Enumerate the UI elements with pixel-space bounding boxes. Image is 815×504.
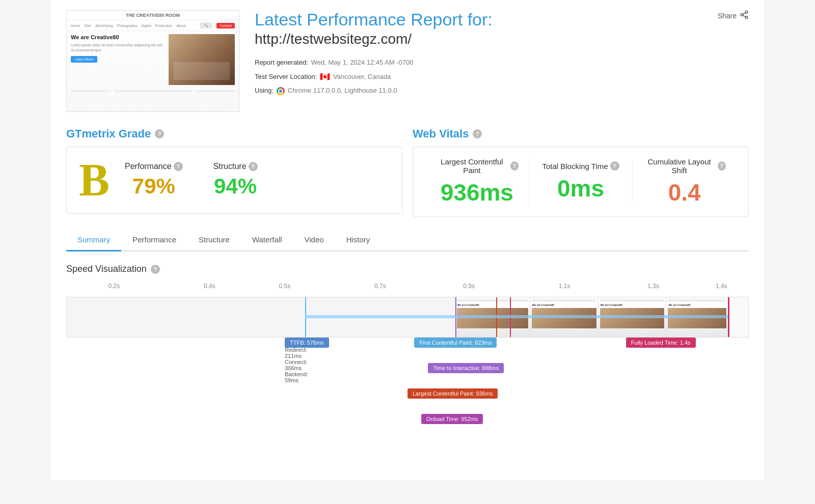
ttfb-annotation: TTFB: 576ms xyxy=(285,338,329,348)
share-icon xyxy=(740,10,749,21)
report-generated-value: Wed, May 1, 2024 12:45 AM -0700 xyxy=(311,57,414,69)
vitals-box: Largest Contentful Paint ? 936ms Total B… xyxy=(413,147,749,217)
timeline-label-11: 1.1s xyxy=(559,283,570,290)
svg-point-1 xyxy=(741,14,743,16)
performance-metric: Performance ? 79% xyxy=(125,162,183,199)
timeline-label-13: 1.3s xyxy=(647,283,659,290)
lcp-label: Largest Contentful Paint xyxy=(436,157,508,175)
tbt-vital: Total Blocking Time ? 0ms xyxy=(529,161,633,202)
tbt-label: Total Blocking Time xyxy=(542,162,608,171)
gtmetrix-grade-title: GTmetrix Grade xyxy=(66,127,151,141)
preview-headline: We are Creative80 xyxy=(71,34,165,41)
gtmetrix-help-icon[interactable]: ? xyxy=(155,129,164,138)
timeline-container: 0.2s 0.4s 0.5s 0.7s 0.9s 1.1s 1.3s 1.4s … xyxy=(66,283,749,470)
speed-viz-help-icon[interactable]: ? xyxy=(151,265,160,274)
using-value: Chrome 117.0.0.0, Lighthouse 11.0.0 xyxy=(288,85,397,97)
cls-help-icon[interactable]: ? xyxy=(718,161,726,171)
annotations-area: TTFB: 576ms Redirect: 211ms Connect: 306… xyxy=(66,338,749,409)
tab-structure[interactable]: Structure xyxy=(187,229,241,251)
tab-history[interactable]: History xyxy=(335,229,382,251)
cls-value: 0.4 xyxy=(643,179,726,206)
tab-performance[interactable]: Performance xyxy=(121,229,187,251)
server-location-value: Vancouver, Canada xyxy=(333,71,391,83)
structure-help-icon[interactable]: ? xyxy=(249,162,258,171)
cls-label: Cumulative Layout Shift xyxy=(643,157,715,175)
share-button[interactable]: Share xyxy=(718,10,749,21)
report-title: Latest Performance Report for: xyxy=(255,10,749,29)
chrome-icon xyxy=(277,87,285,95)
svg-line-3 xyxy=(743,15,745,17)
site-preview: THE CREATIVE80 ROOM Home Film Advertisin… xyxy=(66,10,239,112)
ttfb-sub-annotations: Redirect: 211ms Connect: 306ms Backend: … xyxy=(285,347,308,383)
grade-letter: B xyxy=(79,157,110,203)
performance-help-icon[interactable]: ? xyxy=(174,162,183,171)
tabs-section: Summary Performance Structure Waterfall … xyxy=(66,229,749,251)
web-vitals-card: Web Vitals ? Largest Contentful Paint ? … xyxy=(413,127,749,217)
timeline-ruler: We are Creative80 We are Creative80 We a… xyxy=(66,297,749,338)
structure-metric: Structure ? 94% xyxy=(213,162,258,199)
grade-metrics: Performance ? 79% Structure ? 94% xyxy=(125,162,258,199)
tab-summary[interactable]: Summary xyxy=(66,229,121,251)
using-label: Using: xyxy=(255,85,274,97)
preview-subtext: Lorem ipsum dolor sit amet consectetur a… xyxy=(71,43,165,53)
structure-label: Structure xyxy=(213,162,247,171)
server-location-label: Test Server Location: xyxy=(255,71,317,83)
lcp-annotation: Largest Contentful Paint: 936ms xyxy=(408,388,498,399)
horizontal-bar xyxy=(305,315,728,318)
fcp-annotation: First Contentful Paint: 823ms xyxy=(414,338,497,348)
web-vitals-help-icon[interactable]: ? xyxy=(473,129,482,138)
preview-nav: Home Film Advertising Photography Digita… xyxy=(67,20,239,31)
tab-waterfall[interactable]: Waterfall xyxy=(241,229,293,251)
share-label: Share xyxy=(718,12,737,20)
lcp-help-icon[interactable]: ? xyxy=(510,161,519,171)
flt-line xyxy=(728,297,729,337)
preview-topbar: THE CREATIVE80 ROOM xyxy=(67,11,239,20)
tab-video[interactable]: Video xyxy=(293,229,335,251)
grades-section: GTmetrix Grade ? B Performance ? 79% xyxy=(66,127,749,217)
lcp-vital: Largest Contentful Paint ? 936ms xyxy=(425,157,529,206)
web-vitals-title: Web Vitals xyxy=(413,127,469,141)
performance-label: Performance xyxy=(125,162,172,171)
svg-point-2 xyxy=(745,16,748,19)
onload-annotation: Onload Time: 952ms xyxy=(421,414,483,424)
grade-box: B Performance ? 79% Structure ? xyxy=(66,147,402,214)
performance-value: 79% xyxy=(125,174,183,199)
timeline-label-14: 1.4s xyxy=(716,283,727,290)
flt-annotation: Fully Loaded Time: 1.4s xyxy=(626,338,696,348)
tbt-help-icon[interactable]: ? xyxy=(610,161,619,171)
svg-line-4 xyxy=(743,13,745,14)
timeline-label-04: 0.4s xyxy=(204,283,215,290)
preview-action-btn: Learn More xyxy=(71,56,97,63)
timeline-label-05: 0.5s xyxy=(279,283,290,290)
tti-annotation: Time to Interactive: 888ms xyxy=(428,363,504,373)
tbt-value: 0ms xyxy=(539,175,622,202)
cls-vital: Cumulative Layout Shift ? 0.4 xyxy=(633,157,736,206)
report-generated-label: Report generated: xyxy=(255,57,308,69)
timeline-label-09: 0.9s xyxy=(463,283,475,290)
timeline-label-07: 0.7s xyxy=(374,283,386,290)
report-meta: Report generated: Wed, May 1, 2024 12:45… xyxy=(255,57,749,97)
flag-icon: 🇨🇦 xyxy=(320,69,330,85)
speed-viz-title-text: Speed Visualization xyxy=(66,264,147,274)
gtmetrix-grade-card: GTmetrix Grade ? B Performance ? 79% xyxy=(66,127,402,217)
svg-point-0 xyxy=(745,11,748,14)
lcp-value: 936ms xyxy=(436,179,519,206)
structure-value: 94% xyxy=(213,174,258,199)
preview-image xyxy=(169,34,235,85)
report-url: http://testwebsitegz.com/ xyxy=(255,31,749,47)
speed-visualization-section: Speed Visualization ? 0.2s 0.4s 0.5s 0.7… xyxy=(66,264,749,470)
timeline-label-02: 0.2s xyxy=(108,283,120,290)
report-info: Latest Performance Report for: http://te… xyxy=(239,10,749,97)
